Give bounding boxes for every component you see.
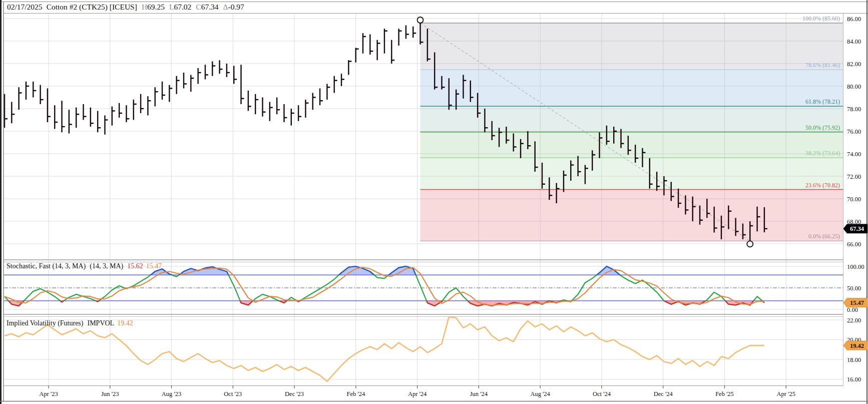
fib-label: 78.6% (81.46) [805,62,840,69]
fib-band [420,132,843,158]
iv-value: 19.42 [117,319,133,327]
price-axis-label: 86.00 [847,16,861,23]
x-axis-label: Apr '23 [39,390,58,397]
low-value: 67.02 [174,3,191,11]
fib-band [420,190,843,241]
iv-axis-label: 22.00 [847,317,861,324]
chart-canvas[interactable]: 100.0% (85.60)78.6% (81.46)61.8% (78.21)… [0,0,868,404]
change-label: Δ [223,3,228,11]
price-axis-label: 76.00 [847,128,861,135]
x-axis: Apr '23Jun '23Aug '23Oct '23Dec '23Feb '… [39,385,795,397]
fib-label: 38.2% (73.64) [805,150,840,157]
header-instrument: Cotton #2 (CTK25) [ICEUS] [47,3,137,11]
fib-band [420,70,843,106]
chart-root[interactable]: 100.0% (85.60)78.6% (81.46)61.8% (78.21)… [0,0,868,404]
x-axis-label: Jun '23 [101,390,119,397]
change-value: -0.97 [228,3,244,11]
stochastic-name: Stochastic, Fast (14, 3, MA) [7,262,86,270]
x-axis-label: Jun '24 [470,390,488,397]
header-date: 02/17/2025 [7,3,43,11]
y-axis: 86.0084.0082.0080.0078.0076.0074.0072.00… [847,16,864,383]
axis-label: 19.42 [850,342,864,349]
price-axis-label: 84.00 [847,38,861,45]
x-axis-label: Feb '25 [715,390,734,397]
iv-name: Implied Volatility (Futures) [7,319,83,327]
price-axis-label: 70.00 [847,196,861,203]
price-axis-label: 80.00 [847,83,861,90]
price-axis-label: 66.00 [847,241,861,248]
high-label: H [142,3,147,11]
x-axis-label: Feb '24 [347,390,365,397]
iv-code: IMPVOL [87,319,114,327]
fib-anchor-high[interactable] [417,17,423,23]
fibonacci-retracement: 100.0% (85.60)78.6% (81.46)61.8% (78.21)… [420,15,843,241]
price-axis-label: 68.00 [847,218,861,225]
price-axis-label: 72.00 [847,173,861,180]
x-axis-label: Aug '23 [162,390,181,397]
stoch-axis-label: 50.00 [847,285,861,292]
price-axis-label: 74.00 [847,151,861,158]
chart-header: 02/17/2025Cotton #2 (CTK25) [ICEUS]H69.2… [7,3,244,12]
close-value: 67.34 [201,3,219,11]
fib-label: 0.0% (66.25) [808,233,840,240]
x-axis-label: Dec '23 [285,390,304,397]
iv-value-tag: 19.42 [843,341,867,350]
fib-label: 61.8% (78.21) [805,98,840,105]
fib-band [420,23,843,70]
iv-axis-label: 16.00 [847,376,861,383]
stoch-k-line [5,266,764,306]
stoch-value-tag: 15.47 [843,298,867,307]
close-label: C [196,3,201,11]
x-axis-label: Apr '24 [408,390,427,397]
implied-volatility-label: Implied Volatility (Futures)IMPVOL19.42 [7,319,133,327]
price-axis-label: 78.00 [847,106,861,113]
stoch-axis-label: 100.00 [847,263,864,270]
stochastic-k-value: 15.62 [127,262,143,270]
stochastic-params: (14, 3, MA) [90,262,123,270]
last-price-tag: 67.34 [843,224,867,233]
x-axis-label: Aug '24 [530,390,550,397]
price-axis-label: 82.00 [847,61,861,68]
stochastic-d-value: 15.47 [146,262,162,270]
stochastic-panel [4,266,843,306]
x-axis-label: Oct '23 [224,390,242,397]
stochastic-label: Stochastic, Fast (14, 3, MA)(14, 3, MA)1… [7,262,162,270]
high-value: 69.25 [147,3,165,11]
fib-label: 23.6% (70.82) [805,182,840,189]
x-axis-label: Dec '24 [654,390,673,397]
fib-label: 100.0% (85.60) [802,15,840,22]
x-axis-label: Oct '24 [593,390,611,397]
fib-band [420,106,843,132]
iv-axis-label: 18.00 [847,356,861,363]
x-axis-label: Apr '25 [777,390,795,397]
fib-label: 50.0% (75.92) [805,124,840,131]
axis-label: 15.47 [850,299,864,306]
axis-label: 67.34 [850,225,864,232]
